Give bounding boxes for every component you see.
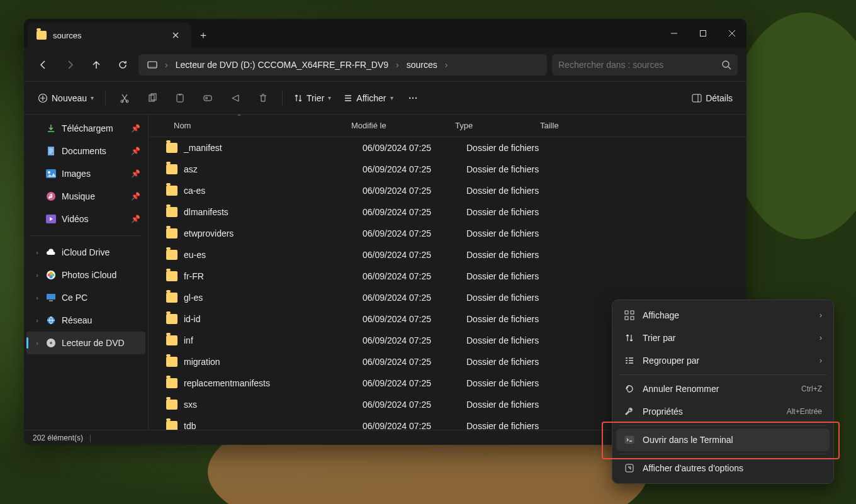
cell-type: Dossier de fichiers bbox=[458, 143, 558, 153]
column-headers[interactable]: ⌃ Nom Modifié le Type Taille bbox=[149, 115, 746, 137]
sidebar-item-lecteur-de-dvd[interactable]: ›Lecteur de DVD bbox=[26, 332, 145, 354]
table-row[interactable]: _manifest 06/09/2024 07:25 Dossier de fi… bbox=[149, 137, 746, 159]
table-row[interactable]: eu-es 06/09/2024 07:25 Dossier de fichie… bbox=[149, 244, 746, 266]
up-button[interactable] bbox=[86, 54, 107, 76]
table-row[interactable]: etwproviders 06/09/2024 07:25 Dossier de… bbox=[149, 223, 746, 244]
table-row[interactable]: fr-FR 06/09/2024 07:25 Dossier de fichie… bbox=[149, 266, 746, 287]
chevron-right-icon: › bbox=[395, 60, 400, 70]
cell-type: Dossier de fichiers bbox=[458, 378, 558, 388]
rename-button[interactable] bbox=[195, 87, 220, 109]
breadcrumb-folder[interactable]: sources bbox=[403, 57, 441, 72]
music-icon bbox=[45, 191, 57, 201]
cell-type: Dossier de fichiers bbox=[458, 293, 558, 303]
details-panel-button[interactable]: Détails bbox=[687, 87, 738, 109]
breadcrumb-drive[interactable]: Lecteur de DVD (D:) CCCOMA_X64FRE_FR-FR_… bbox=[172, 57, 392, 72]
photos-icon bbox=[45, 270, 57, 280]
chevron-right-icon: › bbox=[34, 339, 40, 347]
chevron-right-icon: › bbox=[819, 311, 822, 320]
sidebar: Téléchargem📌Documents📌Images📌Musique📌Vid… bbox=[24, 115, 149, 430]
sort-button[interactable]: Trier ▾ bbox=[289, 87, 336, 109]
folder-icon bbox=[166, 186, 177, 196]
table-row[interactable]: dlmanifests 06/09/2024 07:25 Dossier de … bbox=[149, 201, 746, 223]
tab-sources[interactable]: sources bbox=[28, 23, 191, 48]
column-type[interactable]: Type bbox=[448, 121, 532, 130]
folder-icon bbox=[166, 335, 177, 345]
context-menu: Affichage › Trier par › Regrouper par › … bbox=[612, 300, 834, 484]
menu-item-afficher-d-autres-d-options[interactable]: Afficher d'autres d'options bbox=[616, 457, 830, 479]
address-bar: › Lecteur de DVD (D:) CCCOMA_X64FRE_FR-F… bbox=[24, 48, 746, 82]
folder-icon bbox=[166, 421, 177, 430]
close-window-button[interactable] bbox=[718, 19, 746, 48]
menu-item-affichage[interactable]: Affichage › bbox=[616, 304, 830, 327]
share-button[interactable] bbox=[223, 87, 248, 109]
menu-item-label: Ouvrir dans le Terminal bbox=[643, 435, 822, 445]
folder-icon bbox=[166, 207, 177, 217]
sort-icon bbox=[624, 332, 635, 344]
cell-modified: 06/09/2024 07:25 bbox=[354, 421, 458, 430]
menu-item-annuler-renommer[interactable]: Annuler Renommer Ctrl+Z bbox=[616, 378, 830, 400]
chevron-down-icon: ▾ bbox=[390, 94, 393, 101]
breadcrumb-root-icon[interactable] bbox=[144, 58, 161, 72]
search-input[interactable] bbox=[558, 60, 721, 70]
chevron-right-icon: › bbox=[34, 249, 40, 256]
close-tab-button[interactable] bbox=[169, 28, 183, 42]
svg-rect-24 bbox=[49, 300, 53, 301]
sidebar-item-images[interactable]: Images📌 bbox=[26, 162, 145, 185]
svg-point-3 bbox=[723, 61, 729, 67]
sidebar-item-vidéos[interactable]: Vidéos📌 bbox=[26, 208, 145, 230]
svg-rect-12 bbox=[692, 94, 701, 102]
menu-item-shortcut: Ctrl+Z bbox=[801, 384, 822, 393]
copy-button[interactable] bbox=[140, 87, 165, 109]
maximize-button[interactable] bbox=[689, 19, 718, 48]
new-tab-button[interactable]: ＋ bbox=[191, 23, 215, 48]
column-size[interactable]: Taille bbox=[532, 121, 608, 130]
cell-modified: 06/09/2024 07:25 bbox=[354, 250, 458, 260]
menu-item-propri-t-s[interactable]: Propriétés Alt+Entrée bbox=[616, 400, 830, 423]
back-button[interactable] bbox=[33, 54, 54, 76]
pin-icon: 📌 bbox=[131, 169, 140, 178]
sidebar-item-photos-icloud[interactable]: ›Photos iCloud bbox=[26, 264, 145, 286]
folder-icon bbox=[166, 293, 177, 303]
cell-name: gl-es bbox=[184, 293, 354, 303]
cut-button[interactable] bbox=[112, 87, 137, 109]
tab-title: sources bbox=[53, 31, 162, 40]
paste-button[interactable] bbox=[167, 87, 193, 109]
svg-rect-29 bbox=[631, 311, 634, 314]
table-row[interactable]: ca-es 06/09/2024 07:25 Dossier de fichie… bbox=[149, 180, 746, 201]
view-button[interactable]: Afficher ▾ bbox=[339, 87, 398, 109]
column-name[interactable]: Nom bbox=[166, 121, 344, 130]
cell-modified: 06/09/2024 07:25 bbox=[354, 271, 458, 281]
menu-item-label: Annuler Renommer bbox=[643, 384, 794, 394]
sidebar-item-téléchargem[interactable]: Téléchargem📌 bbox=[26, 117, 145, 140]
titlebar: sources ＋ bbox=[24, 19, 746, 48]
item-count: 202 élément(s) bbox=[33, 434, 83, 442]
minimize-button[interactable] bbox=[660, 19, 689, 48]
chevron-right-icon: › bbox=[819, 333, 822, 342]
sidebar-item-ce-pc[interactable]: ›Ce PC bbox=[26, 286, 145, 309]
more-button[interactable]: ··· bbox=[401, 87, 426, 109]
chevron-right-icon: › bbox=[34, 294, 40, 301]
delete-button[interactable] bbox=[251, 87, 276, 109]
sidebar-item-musique[interactable]: Musique📌 bbox=[26, 185, 145, 208]
search-box[interactable] bbox=[552, 54, 738, 76]
menu-item-ouvrir-dans-le-terminal[interactable]: Ouvrir dans le Terminal bbox=[616, 428, 830, 451]
menu-item-trier-par[interactable]: Trier par › bbox=[616, 327, 830, 349]
sidebar-item-label: Réseau bbox=[62, 315, 92, 325]
sidebar-item-réseau[interactable]: ›Réseau bbox=[26, 309, 145, 332]
table-row[interactable]: asz 06/09/2024 07:25 Dossier de fichiers bbox=[149, 159, 746, 180]
column-modified[interactable]: Modifié le bbox=[344, 121, 448, 130]
new-button[interactable]: Nouveau ▾ bbox=[33, 87, 99, 109]
breadcrumb[interactable]: › Lecteur de DVD (D:) CCCOMA_X64FRE_FR-F… bbox=[138, 54, 547, 76]
menu-item-label: Propriétés bbox=[643, 406, 779, 417]
refresh-button[interactable] bbox=[112, 54, 133, 76]
forward-button[interactable] bbox=[59, 54, 81, 76]
menu-item-regrouper-par[interactable]: Regrouper par › bbox=[616, 349, 830, 372]
cell-name: eu-es bbox=[184, 250, 354, 260]
cell-name: _manifest bbox=[184, 143, 354, 153]
wrench-icon bbox=[624, 406, 635, 417]
cell-type: Dossier de fichiers bbox=[458, 250, 558, 260]
chevron-right-icon: › bbox=[819, 356, 822, 365]
svg-rect-11 bbox=[204, 96, 211, 101]
sidebar-item-icloud-drive[interactable]: ›iCloud Drive bbox=[26, 241, 145, 264]
sidebar-item-documents[interactable]: Documents📌 bbox=[26, 140, 145, 162]
